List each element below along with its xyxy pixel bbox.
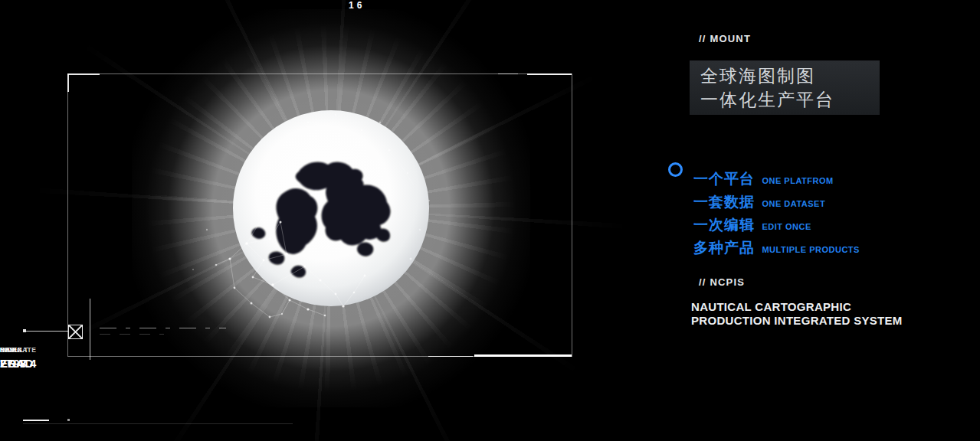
frame-bottom-accent	[428, 356, 473, 357]
dash-ruler	[100, 328, 226, 328]
globe-frame	[67, 74, 572, 357]
frame-top-accent	[527, 74, 572, 75]
frame-left-tick-nub	[23, 329, 26, 332]
frame-top-accent	[498, 74, 518, 74]
dash-ruler-secondary	[100, 334, 164, 335]
frame-left-tick-line	[26, 331, 68, 332]
title-box: 全球海图制图 一体化生产平台	[690, 60, 880, 115]
frame-corner-accent	[67, 74, 69, 92]
title-line-1: 全球海图制图	[700, 64, 869, 88]
frame-vertical-tick	[90, 299, 90, 360]
title-line-2: 一体化生产平台	[700, 88, 869, 112]
crosshair-box-icon	[68, 325, 83, 339]
frame-corner-accent	[67, 74, 100, 75]
frame-bottom-accent	[474, 354, 572, 357]
